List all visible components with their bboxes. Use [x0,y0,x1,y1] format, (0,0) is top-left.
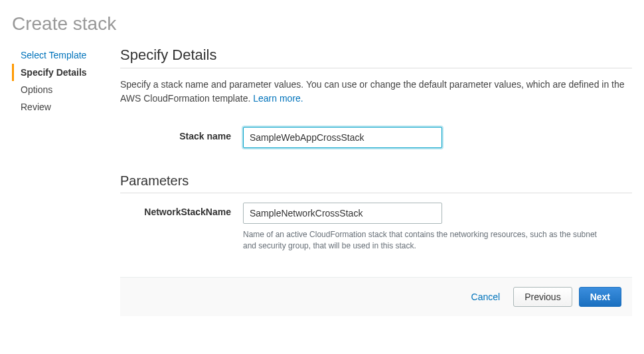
network-stack-help: Name of an active CloudFormation stack t… [243,229,602,252]
layout: Select Template Specify Details Options … [12,46,632,316]
divider [120,68,632,68]
sidebar-item-select-template[interactable]: Select Template [12,46,102,64]
network-stack-label: NetworkStackName [120,203,243,217]
network-stack-control: Name of an active CloudFormation stack t… [243,203,632,252]
main-content: Specify Details Specify a stack name and… [120,46,632,316]
previous-button[interactable]: Previous [513,287,572,307]
sidebar-item-options[interactable]: Options [12,81,102,98]
form-row-stack-name: Stack name [120,127,632,148]
cancel-button[interactable]: Cancel [465,288,507,306]
learn-more-link[interactable]: Learn more. [253,93,303,104]
next-button[interactable]: Next [579,287,621,307]
footer: Cancel Previous Next [120,277,632,316]
form-row-network-stack: NetworkStackName Name of an active Cloud… [120,203,632,252]
stack-name-input[interactable] [243,127,442,148]
divider-params [120,193,632,193]
stack-name-control [243,127,632,148]
sidebar-item-specify-details[interactable]: Specify Details [12,64,102,81]
network-stack-input[interactable] [243,203,442,224]
section-heading-parameters: Parameters [120,173,632,189]
sidebar-item-review[interactable]: Review [12,98,102,116]
description-text: Specify a stack name and parameter value… [120,79,625,104]
stack-name-label: Stack name [120,127,243,141]
sidebar: Select Template Specify Details Options … [12,46,102,316]
section-heading-specify-details: Specify Details [120,46,632,64]
page-title: Create stack [12,13,632,35]
description: Specify a stack name and parameter value… [120,78,632,106]
